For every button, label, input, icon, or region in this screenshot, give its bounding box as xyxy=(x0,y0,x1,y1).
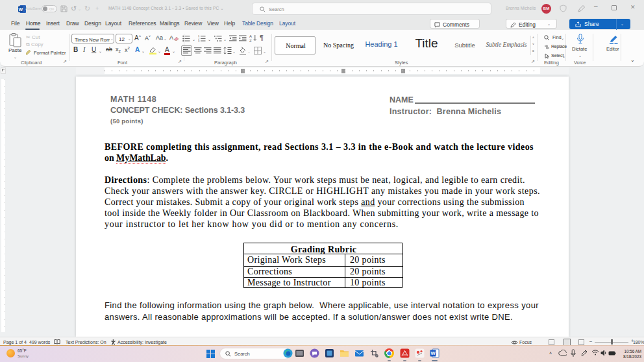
svg-text:W: W xyxy=(18,7,23,12)
svg-text:3: 3 xyxy=(198,40,200,42)
svg-text:A: A xyxy=(249,34,252,38)
svg-text:Z: Z xyxy=(249,39,252,42)
svg-text:W: W xyxy=(430,350,436,356)
